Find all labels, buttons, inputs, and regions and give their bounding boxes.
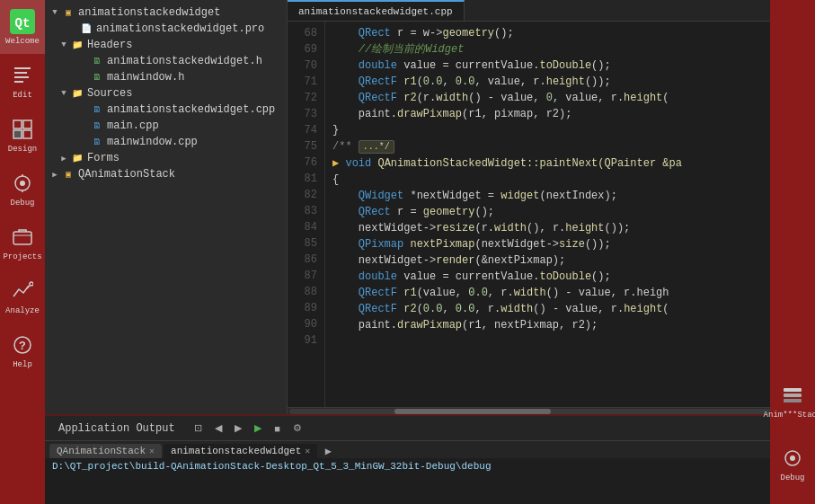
tree-label-qanim: QAnimationStack	[78, 168, 175, 181]
svg-text:?: ?	[19, 340, 26, 353]
output-tab-qanim-label: QAnimationStack	[57, 446, 146, 456]
sidebar-item-projects[interactable]: Projects	[0, 216, 45, 270]
svg-rect-21	[784, 399, 802, 402]
code-editor: animationstackedwidget.cpp 6869707172737…	[288, 0, 815, 414]
line-number: 68	[288, 25, 317, 41]
tree-arrow-sources: ▼	[58, 89, 70, 98]
tree-label-forms: Forms	[87, 152, 120, 164]
code-line: QRect r = w->geometry();	[332, 25, 808, 41]
svg-rect-4	[14, 76, 29, 78]
output-title-label: Application Output	[49, 422, 184, 435]
tree-item-anim-h[interactable]: 🗎 animationstackedwidget.h	[45, 53, 287, 69]
sidebar-design-label: Design	[8, 145, 37, 154]
qanim-project-icon: ▣	[61, 168, 75, 181]
code-line: nextWidget->render(&nextPixmap);	[332, 252, 808, 269]
svg-rect-9	[23, 130, 31, 138]
svg-point-15	[30, 282, 33, 286]
tree-item-main-cpp[interactable]: 🗎 main.cpp	[45, 118, 287, 134]
sidebar-item-analyze[interactable]: Analyze	[0, 270, 45, 323]
line-number: 88	[288, 284, 317, 300]
sidebar-item-welcome[interactable]: Qt Welcome	[0, 0, 45, 54]
file-tree: ▼ ▣ animationstackedwidget 📄 animationst…	[45, 0, 288, 414]
code-line: QRectF r2(r.width() - value, 0, value, r…	[332, 90, 808, 106]
code-line: QRectF r1(0.0, 0.0, value, r.height());	[332, 74, 808, 90]
cpp-file-icon-1: 🗎	[90, 103, 104, 116]
sidebar-projects-label: Projects	[3, 252, 41, 261]
horizontal-scrollbar[interactable]	[288, 407, 815, 414]
anim-stack-label: Anim***Stack	[764, 411, 815, 420]
code-line: QRectF r1(value, 0.0, r.width() - value,…	[332, 285, 808, 301]
tree-item-headers[interactable]: ▼ 📁 Headers	[45, 37, 287, 53]
tree-item-mainwindow-cpp[interactable]: 🗎 mainwindow.cpp	[45, 134, 287, 150]
output-btn-run[interactable]: ▶	[248, 419, 268, 438]
projects-icon	[10, 225, 35, 250]
sidebar-item-debug-right[interactable]: Debug	[770, 432, 815, 495]
output-tab-anim-close[interactable]: ✕	[305, 446, 310, 456]
tree-item-anim-cpp[interactable]: 🗎 animationstackedwidget.cpp	[45, 102, 287, 118]
line-number: 86	[288, 252, 317, 268]
line-number: 85	[288, 235, 317, 252]
line-number: 90	[288, 316, 317, 332]
tree-label-anim-cpp: animationstackedwidget.cpp	[107, 103, 275, 116]
tree-item-pro[interactable]: 📄 animationstackedwidget.pro	[45, 21, 287, 37]
sidebar-item-help[interactable]: ? Help	[0, 323, 45, 377]
sidebar-analyze-label: Analyze	[5, 306, 40, 315]
tree-label-mainwindow-h: mainwindow.h	[107, 71, 184, 84]
debug-icon-right	[780, 446, 805, 471]
output-tab-qanim-close[interactable]: ✕	[149, 446, 155, 456]
editor-tab-active[interactable]: animationstackedwidget.cpp	[288, 0, 465, 21]
debug-right-label: Debug	[780, 473, 804, 482]
code-lines[interactable]: QRect r = w->geometry(); //绘制当前的Widget d…	[325, 22, 815, 407]
sidebar-item-edit[interactable]: Edit	[0, 54, 45, 108]
sidebar-item-debug[interactable]: Debug	[0, 162, 45, 216]
output-btn-stop[interactable]: ■	[268, 419, 288, 438]
tree-item-qanim[interactable]: ▶ ▣ QAnimationStack	[45, 166, 287, 182]
tree-arrow-qanim: ▶	[49, 170, 61, 180]
output-tab-arrow[interactable]: ▶	[319, 445, 337, 458]
tree-item-sources[interactable]: ▼ 📁 Sources	[45, 85, 287, 102]
sidebar-item-anim-stack[interactable]: Anim***Stack	[770, 369, 815, 432]
tree-arrow-forms: ▶	[58, 154, 70, 164]
line-number: 84	[288, 219, 317, 235]
sources-folder-icon: 📁	[70, 87, 84, 100]
output-content: D:\QT_project\build-QAnimationStack-Desk…	[45, 458, 815, 504]
svg-rect-14	[13, 232, 31, 244]
tree-label-mainwindow-cpp: mainwindow.cpp	[107, 136, 198, 148]
tree-label-sources: Sources	[87, 87, 132, 100]
top-area: ▼ ▣ animationstackedwidget 📄 animationst…	[45, 0, 815, 414]
output-btn-1[interactable]: ⊡	[189, 419, 208, 438]
output-btn-settings[interactable]: ⚙	[288, 419, 307, 438]
output-tab-qanim[interactable]: QAnimationStack ✕	[49, 444, 162, 458]
line-numbers: 6869707172737475768182838485868788899091	[288, 22, 325, 407]
sidebar-debug-label: Debug	[10, 199, 34, 208]
tree-item-forms[interactable]: ▶ 📁 Forms	[45, 150, 287, 166]
tree-item-project[interactable]: ▼ ▣ animationstackedwidget	[45, 4, 287, 21]
tree-label-main-cpp: main.cpp	[107, 119, 159, 132]
line-number: 91	[288, 332, 317, 349]
tree-arrow-headers: ▼	[58, 40, 70, 49]
h-file-icon-1: 🗎	[90, 55, 104, 67]
output-btn-back[interactable]: ◀	[208, 419, 228, 438]
editor-tab-bar: animationstackedwidget.cpp	[288, 0, 815, 22]
svg-rect-3	[14, 72, 27, 74]
main-area: ▼ ▣ animationstackedwidget 📄 animationst…	[45, 0, 815, 504]
sidebar-edit-label: Edit	[13, 91, 32, 100]
tree-item-mainwindow-h[interactable]: 🗎 mainwindow.h	[45, 69, 287, 85]
output-btn-forward[interactable]: ▶	[228, 419, 248, 438]
output-path: D:\QT_project\build-QAnimationStack-Desk…	[52, 461, 491, 472]
code-line: ▶ void QAnimationStackedWidget::paintNex…	[332, 155, 808, 172]
code-line: QRect r = geometry();	[332, 204, 808, 220]
svg-point-23	[790, 455, 795, 461]
output-tab-anim-label: animationstackedwidget	[171, 446, 301, 456]
code-line: nextWidget->resize(r.width(), r.height()…	[332, 220, 808, 236]
code-line: //绘制当前的Widget	[332, 41, 808, 57]
code-line: paint.drawPixmap(r1, nextPixmap, r2);	[332, 317, 808, 333]
h-file-icon-2: 🗎	[90, 71, 104, 84]
code-line: QRectF r2(0.0, 0.0, r.width() - value, r…	[332, 301, 808, 317]
svg-rect-7	[23, 120, 31, 128]
code-content: 6869707172737475768182838485868788899091…	[288, 22, 815, 407]
output-tab-anim[interactable]: animationstackedwidget ✕	[164, 444, 317, 458]
project-icon: ▣	[61, 6, 75, 19]
svg-point-11	[20, 181, 25, 186]
sidebar-item-design[interactable]: Design	[0, 108, 45, 162]
